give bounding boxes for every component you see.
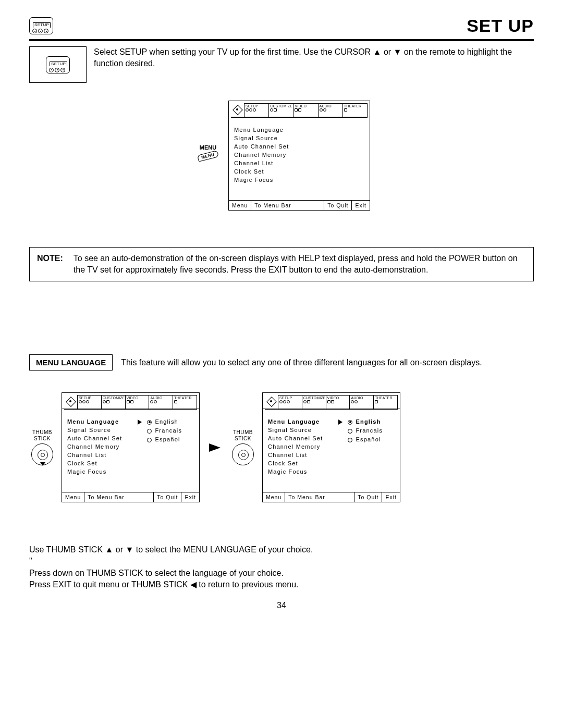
nav-diamond-icon [65, 396, 76, 406]
instruction-line: Use THUMB STICK ▲ or ▼ to select the MEN… [29, 544, 534, 556]
osd-item[interactable]: Auto Channel Set [268, 435, 323, 443]
lang-option-francais[interactable]: Francais [338, 427, 383, 435]
tab-theater[interactable]: THEATER [373, 395, 398, 409]
osd-item[interactable]: Signal Source [268, 426, 323, 435]
osd-item[interactable]: Signal Source [234, 134, 289, 143]
arrow-right-icon [209, 443, 221, 452]
tab-setup[interactable]: SETUP [77, 395, 102, 409]
instruction-line: Press down on THUMB STICK to select the … [29, 567, 534, 579]
tab-video[interactable]: VIDEO [125, 395, 150, 409]
osd-item[interactable]: Magic Focus [67, 468, 122, 476]
intro-block: SETUP Select SETUP when setting your TV … [29, 46, 534, 83]
menu-label-text: MENU [193, 144, 223, 151]
thumb-stick-label-right: THUMB STICK [230, 429, 256, 465]
header-divider [29, 39, 534, 41]
setup-badge-large: SETUP [46, 56, 70, 73]
note-label: NOTE: [37, 253, 63, 276]
lang-option-english[interactable]: English [338, 418, 383, 426]
osd-item[interactable]: Channel List [234, 159, 289, 168]
thumb-stick-icon [232, 443, 254, 465]
lang-option-espanol[interactable]: Español [338, 436, 383, 444]
osd-main: SETUP CUSTOMIZE VIDEO AUDIO THEATER Menu… [228, 101, 370, 211]
osd-item[interactable]: Clock Set [268, 460, 323, 468]
footer-to-menu-bar[interactable]: To Menu Bar [84, 492, 154, 502]
note-text: To see an auto-demonstration of the on-s… [74, 253, 526, 276]
osd-item[interactable]: Channel Memory [67, 443, 122, 451]
osd-footer: Menu To Menu Bar To Quit Exit [229, 200, 370, 210]
osd-tabbar: SETUP CUSTOMIZE VIDEO AUDIO THEATER [229, 101, 370, 117]
nav-diamond-icon [266, 396, 276, 406]
intro-icon-box: SETUP [29, 46, 87, 83]
osd-item[interactable]: Clock Set [67, 460, 122, 468]
two-screens-row: THUMB STICK SETUP CUSTOMIZE VIDEO AUDIO … [29, 392, 534, 502]
footer-to-quit[interactable]: To Quit [154, 492, 181, 502]
tab-video[interactable]: VIDEO [293, 103, 318, 117]
instructions-block: Use THUMB STICK ▲ or ▼ to select the MEN… [29, 544, 534, 591]
osd-item[interactable]: Magic Focus [268, 468, 323, 476]
osd-item[interactable]: Clock Set [234, 168, 289, 176]
footer-exit[interactable]: Exit [382, 492, 400, 502]
osd-item[interactable]: Channel List [67, 451, 122, 460]
tab-customize[interactable]: CUSTOMIZE [302, 395, 326, 409]
osd-item[interactable]: Auto Channel Set [67, 435, 122, 443]
radio-icon [147, 429, 152, 434]
thumb-stick-label-left: THUMB STICK [29, 429, 55, 465]
intro-text: Select SETUP when setting your TV up for… [94, 46, 534, 69]
tab-setup[interactable]: SETUP [278, 395, 302, 409]
osd-right: SETUP CUSTOMIZE VIDEO AUDIO THEATER Menu… [262, 392, 400, 502]
footer-to-menu-bar[interactable]: To Menu Bar [285, 492, 354, 502]
osd-item[interactable]: Magic Focus [234, 176, 289, 184]
arrow-right-icon [138, 419, 142, 425]
osd-item-selected[interactable]: Menu Language [268, 418, 323, 426]
osd-item[interactable]: Channel List [268, 451, 323, 460]
tab-video[interactable]: VIDEO [326, 395, 350, 409]
lang-option-francais[interactable]: Francais [138, 427, 182, 435]
radio-selected-icon [348, 420, 352, 425]
osd-item-selected[interactable]: Menu Language [67, 418, 122, 426]
lang-option-espanol[interactable]: Español [138, 436, 182, 444]
tab-customize[interactable]: CUSTOMIZE [101, 395, 126, 409]
main-osd-area: MENU MENU SETUP CUSTOMIZE VIDEO AUDIO TH… [29, 101, 534, 211]
tab-customize[interactable]: CUSTOMIZE [268, 103, 293, 117]
footer-to-quit[interactable]: To Quit [324, 201, 352, 210]
footer-to-quit[interactable]: To Quit [354, 492, 382, 502]
tab-theater[interactable]: THEATER [342, 103, 368, 117]
radio-icon [147, 438, 152, 442]
lang-option-english[interactable]: English [138, 418, 182, 426]
menu-bubble: MENU [197, 150, 219, 162]
instruction-line: Press EXIT to quit menu or THUMB STICK ◀… [29, 579, 534, 590]
section-heading-row: MENU LANGUAGE This feature will allow yo… [29, 354, 534, 371]
thumb-stick-icon [31, 443, 53, 465]
setup-badge: SETUP [29, 17, 53, 34]
tab-setup[interactable]: SETUP [244, 103, 269, 117]
osd-item[interactable]: Signal Source [67, 426, 122, 435]
setup-badge-large-label: SETUP [50, 61, 67, 67]
footer-menu[interactable]: Menu [229, 201, 251, 210]
footer-exit[interactable]: Exit [352, 201, 370, 210]
radio-icon [348, 429, 352, 434]
osd-item[interactable]: Channel Memory [234, 151, 289, 159]
setup-badge-label: SETUP [33, 22, 51, 28]
osd-body: Menu Language Signal Source Auto Channel… [229, 121, 370, 200]
section-heading: MENU LANGUAGE [29, 354, 113, 371]
footer-menu[interactable]: Menu [62, 492, 84, 502]
arrow-right-icon [338, 419, 342, 425]
tab-audio[interactable]: AUDIO [318, 103, 343, 117]
osd-item[interactable]: Auto Channel Set [234, 143, 289, 151]
section-description: This feature will allow you to select an… [121, 358, 482, 367]
footer-to-menu-bar[interactable]: To Menu Bar [251, 201, 324, 210]
osd-item[interactable]: Menu Language [234, 126, 289, 134]
tab-audio[interactable]: AUDIO [349, 395, 374, 409]
radio-icon [348, 438, 352, 442]
note-box: NOTE: To see an auto-demonstration of th… [29, 247, 534, 282]
tab-audio[interactable]: AUDIO [149, 395, 173, 409]
footer-exit[interactable]: Exit [181, 492, 199, 502]
footer-menu[interactable]: Menu [263, 492, 285, 502]
page-header: SETUP SET UP [29, 16, 534, 37]
page-title: SET UP [467, 16, 534, 36]
osd-left: SETUP CUSTOMIZE VIDEO AUDIO THEATER Menu… [62, 392, 200, 502]
osd-item[interactable]: Channel Memory [268, 443, 323, 451]
tab-theater[interactable]: THEATER [173, 395, 197, 409]
radio-selected-icon [147, 420, 152, 425]
menu-side-label: MENU MENU [193, 144, 223, 159]
